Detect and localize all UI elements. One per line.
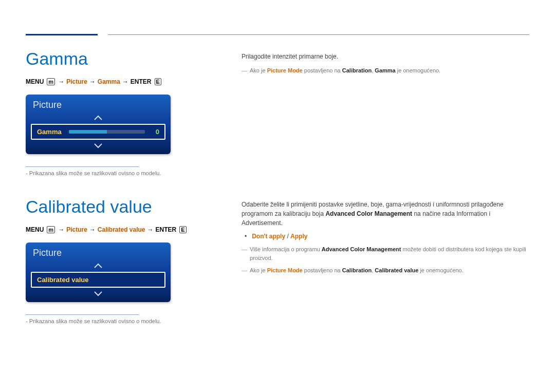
footnote-gamma: - Prikazana slika može se razlikovati ov… [26,170,211,176]
info2-calibrated: Ako je Picture Mode postavljeno na Calib… [242,266,529,275]
osd-down-arrow[interactable] [26,290,171,298]
osd-header: Picture [26,95,171,114]
arrow-icon: → [58,78,64,85]
osd-item-label: Calibrated value [37,276,88,284]
osd-item-calibrated[interactable]: Calibrated value [31,272,165,288]
enter-label: ENTER [156,226,177,233]
desc-calibrated: Odaberite želite li primijeniti postavke… [242,200,529,228]
arrow-icon: → [89,78,96,85]
path-picture: Picture [66,78,87,85]
divider [26,166,139,167]
path-picture: Picture [66,226,87,233]
left-column-calibrated: Calibrated value MENU m → Picture → Cali… [26,197,211,324]
right-column-gamma: Prilagodite intenzitet primarne boje. Ak… [242,49,529,176]
menu-icon: m [47,78,55,85]
arrow-icon: → [122,78,128,85]
right-column-calibrated: Odaberite želite li primijeniti postavke… [242,197,529,324]
enter-icon: E [155,78,161,85]
osd-slider[interactable] [69,130,145,134]
arrow-icon: → [89,226,96,233]
footnote-calibrated: - Prikazana slika može se razlikovati ov… [26,318,211,324]
osd-up-arrow[interactable] [26,114,171,122]
section-calibrated: Calibrated value MENU m → Picture → Cali… [26,197,529,324]
options-calibrated: •Don't apply / Apply [245,233,529,240]
enter-label: ENTER [131,78,152,85]
osd-item-gamma[interactable]: Gamma 0 [31,124,165,140]
osd-item-label: Gamma [37,128,62,136]
header-rule-short [26,34,98,35]
heading-calibrated: Calibrated value [26,197,211,217]
arrow-icon: → [147,226,154,233]
info-gamma: Ako je Picture Mode postavljeno na Calib… [242,66,529,75]
menu-label: MENU [26,78,44,85]
heading-gamma: Gamma [26,49,211,69]
left-column-gamma: Gamma MENU m → Picture → Gamma → ENTER E… [26,49,211,176]
osd-panel-gamma: Picture Gamma 0 [26,95,171,154]
enter-icon: E [179,226,186,233]
menu-path-gamma: MENU m → Picture → Gamma → ENTER E [26,78,211,85]
osd-down-arrow[interactable] [26,142,171,150]
arrow-icon: → [58,226,64,233]
path-calibrated: Calibrated value [98,226,145,233]
page-body: Gamma MENU m → Picture → Gamma → ENTER E… [26,49,529,345]
divider [26,314,139,315]
osd-header: Picture [26,242,171,262]
section-gamma: Gamma MENU m → Picture → Gamma → ENTER E… [26,49,529,176]
osd-up-arrow[interactable] [26,262,171,270]
menu-icon: m [47,226,55,233]
header-rule-long [108,34,529,35]
menu-label: MENU [26,226,44,233]
path-gamma: Gamma [98,78,120,85]
info1-calibrated: Više informacija o programu Advanced Col… [242,245,529,262]
desc-gamma: Prilagodite intenzitet primarne boje. [242,52,529,61]
osd-item-value: 0 [152,128,159,136]
menu-path-calibrated: MENU m → Picture → Calibrated value → EN… [26,226,211,233]
osd-panel-calibrated: Picture Calibrated value [26,242,171,302]
